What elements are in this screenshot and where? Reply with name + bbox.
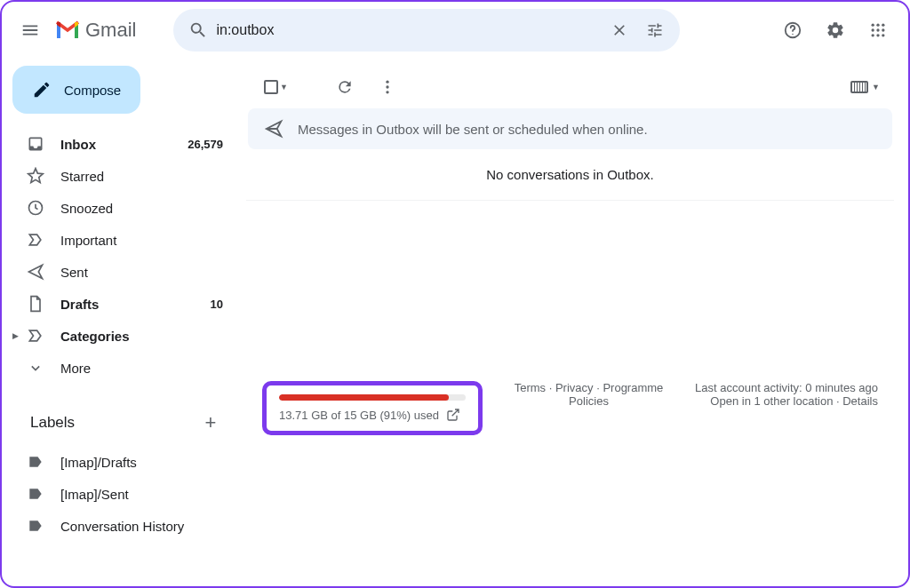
sidebar-item-label: Important	[60, 233, 116, 248]
support-button[interactable]	[775, 12, 810, 48]
input-tools-button[interactable]: ▼	[850, 81, 880, 93]
more-button[interactable]	[370, 69, 405, 105]
svg-point-12	[386, 81, 388, 83]
hamburger-icon	[20, 20, 40, 40]
sidebar-item-count: 10	[211, 298, 223, 311]
storage-bar-fill	[279, 394, 449, 401]
send-icon	[27, 263, 44, 281]
sidebar-item-drafts[interactable]: Drafts10	[11, 288, 239, 320]
svg-point-14	[386, 91, 388, 93]
storage-bar	[279, 394, 466, 401]
settings-button[interactable]	[818, 12, 853, 48]
gmail-logo[interactable]: Gmail	[55, 19, 157, 42]
label-item[interactable]: [Imap]/Sent	[11, 478, 239, 510]
clear-search-button[interactable]	[602, 12, 637, 48]
search-icon	[188, 20, 208, 40]
outbox-banner: Messages in Outbox will be sent or sched…	[248, 108, 892, 149]
chevron-down-icon	[27, 359, 44, 377]
search-input[interactable]	[216, 22, 602, 38]
search-button[interactable]	[180, 12, 216, 48]
category-icon	[27, 327, 44, 345]
pencil-icon	[32, 80, 52, 99]
activity-text: Last account activity: 0 minutes ago	[695, 381, 878, 394]
chevron-down-icon: ▼	[280, 83, 288, 91]
chevron-down-icon: ▼	[872, 83, 880, 91]
refresh-button[interactable]	[327, 69, 363, 105]
compose-label: Compose	[64, 83, 121, 98]
sidebar-item-count: 26,579	[188, 138, 223, 151]
select-all-checkbox[interactable]: ▼	[260, 76, 291, 98]
inbox-icon	[27, 135, 44, 153]
label-item[interactable]: [Imap]/Drafts	[11, 446, 239, 478]
svg-point-9	[876, 34, 879, 36]
caret-right-icon: ▶	[12, 331, 19, 340]
important-icon	[27, 231, 44, 249]
svg-point-6	[876, 28, 879, 31]
sidebar-item-starred[interactable]: Starred	[11, 160, 239, 192]
sidebar-item-snoozed[interactable]: Snoozed	[11, 192, 239, 224]
sidebar-item-sent[interactable]: Sent	[11, 256, 239, 288]
label-item[interactable]: Conversation History	[11, 510, 239, 542]
checkbox-icon	[264, 80, 278, 94]
sidebar-item-label: More	[60, 361, 91, 376]
terms-link[interactable]: Terms	[515, 381, 546, 394]
svg-point-1	[792, 34, 793, 35]
svg-point-3	[876, 24, 879, 27]
svg-point-10	[882, 34, 884, 36]
storage-highlight-box: 13.71 GB of 15 GB (91%) used	[262, 381, 483, 435]
sidebar: Compose Inbox26,579StarredSnoozedImporta…	[2, 59, 246, 586]
refresh-icon	[336, 78, 354, 96]
close-icon	[611, 21, 628, 39]
svg-point-7	[882, 28, 884, 31]
svg-point-8	[872, 34, 874, 36]
help-icon	[783, 20, 802, 40]
svg-point-2	[872, 24, 874, 27]
more-vert-icon	[379, 78, 396, 96]
logo-text: Gmail	[85, 19, 136, 42]
details-link[interactable]: Details	[842, 394, 878, 408]
label-item-text: Conversation History	[60, 519, 184, 534]
open-external-icon[interactable]	[446, 408, 460, 422]
gmail-logo-icon	[55, 20, 80, 40]
labels-heading: Labels	[30, 414, 75, 432]
svg-point-5	[872, 28, 874, 31]
footer-links: Terms · Privacy · Programme Policies	[500, 381, 678, 435]
sidebar-item-label: Drafts	[60, 297, 99, 312]
label-icon	[27, 453, 44, 471]
send-icon	[264, 119, 283, 139]
file-icon	[27, 295, 44, 313]
search-bar[interactable]	[173, 9, 680, 52]
label-item-text: [Imap]/Drafts	[60, 455, 137, 470]
sidebar-item-label: Categories	[60, 329, 130, 344]
label-icon	[27, 517, 44, 535]
tune-icon	[646, 21, 664, 39]
open-locations-text: Open in 1 other location	[710, 394, 833, 408]
storage-text: 13.71 GB of 15 GB (91%) used	[279, 409, 439, 422]
sidebar-item-inbox[interactable]: Inbox26,579	[11, 128, 239, 160]
svg-point-4	[882, 24, 884, 27]
sidebar-item-label: Inbox	[60, 137, 96, 152]
banner-text: Messages in Outbox will be sent or sched…	[298, 122, 648, 137]
apps-grid-icon	[869, 21, 887, 39]
svg-point-13	[386, 85, 388, 88]
sidebar-item-more[interactable]: More	[11, 352, 239, 384]
sidebar-item-categories[interactable]: ▶Categories	[11, 320, 239, 352]
label-item-text: [Imap]/Sent	[60, 487, 129, 502]
sidebar-item-label: Snoozed	[60, 201, 113, 216]
keyboard-icon	[850, 81, 868, 93]
search-options-button[interactable]	[637, 12, 673, 48]
label-icon	[27, 485, 44, 503]
star-icon	[27, 167, 44, 185]
gear-icon	[826, 20, 845, 40]
main-menu-button[interactable]	[9, 9, 52, 52]
sidebar-item-label: Starred	[60, 169, 104, 184]
add-label-button[interactable]: +	[196, 409, 225, 437]
apps-button[interactable]	[860, 12, 896, 48]
sidebar-item-important[interactable]: Important	[11, 224, 239, 256]
clock-icon	[27, 199, 44, 217]
sidebar-item-label: Sent	[60, 265, 88, 280]
compose-button[interactable]: Compose	[12, 66, 140, 114]
empty-state-text: No conversations in Outbox.	[246, 149, 894, 201]
privacy-link[interactable]: Privacy	[555, 381, 594, 394]
